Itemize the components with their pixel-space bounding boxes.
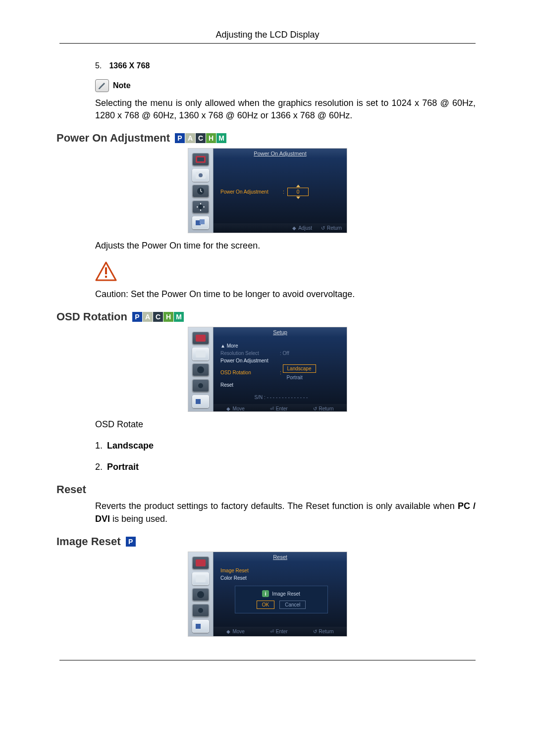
svg-rect-16 — [196, 351, 206, 357]
osd-title: Reset — [214, 552, 347, 562]
svg-rect-21 — [196, 575, 206, 582]
resolution-label: 1366 X 768 — [109, 61, 150, 70]
osd-hint-move: ◆Move — [226, 629, 244, 634]
svg-point-6 — [198, 204, 203, 209]
osd-item-selected: Image Reset — [220, 567, 342, 574]
osd-item: Reset — [220, 381, 342, 389]
osd-tab-time-icon — [192, 363, 209, 376]
osd-tab-setup-icon — [192, 604, 209, 617]
osd-tab-input-icon — [192, 169, 209, 182]
osd-hint-return: ↺Return — [313, 406, 334, 411]
osd-value-box: 0 — [287, 188, 309, 196]
svg-point-22 — [197, 591, 204, 598]
svg-rect-13 — [105, 267, 107, 274]
list-item: 5. 1366 X 768 — [95, 61, 476, 70]
osd-tab-multi-icon — [192, 395, 209, 408]
osd-tab-input-icon — [192, 348, 209, 360]
dialog-ok: OK — [257, 601, 274, 609]
osd-screenshot-osd-rotation: Setup ▲ More Resolution Select : Off Pow… — [188, 327, 347, 411]
osd-tab-multi-icon — [192, 620, 209, 633]
heading-image-reset: Image Reset P — [56, 535, 476, 548]
list-item: 2.Portrait — [95, 461, 476, 473]
osd-screenshot-power-on: Power On Adjustment Power On Adjustment … — [188, 149, 347, 233]
osd-item: Resolution Select — [220, 350, 280, 357]
osd-title: Setup — [214, 327, 347, 337]
osd-option-selected: Landscape — [283, 364, 316, 373]
svg-rect-15 — [196, 335, 206, 342]
osd-tab-setup-icon — [192, 201, 209, 213]
svg-rect-0 — [99, 88, 100, 89]
osd-tab-picture-icon — [192, 332, 209, 345]
osd-serial-number: S/N : - - - - - - - - - - - - - - — [220, 394, 342, 401]
heading-osd-rotation: OSD Rotation PACHM — [56, 310, 476, 323]
heading-power-on-adjustment: Power On Adjustment PACHM — [56, 132, 476, 145]
svg-rect-14 — [105, 276, 107, 278]
note-body: Selecting the menu is only allowed when … — [95, 97, 476, 122]
osd-tab-picture-icon — [192, 556, 209, 569]
osd-hint-move: ◆Move — [226, 406, 244, 411]
osd-screenshot-image-reset: Reset Image Reset Color Reset i Image Re… — [188, 552, 347, 636]
note-icon — [95, 79, 109, 92]
power-on-caution: Caution: Set the Power On time to be lon… — [95, 288, 476, 301]
svg-point-23 — [198, 608, 203, 613]
osd-tab-multi-icon — [192, 216, 209, 229]
power-on-desc: Adjusts the Power On time for the screen… — [95, 240, 476, 252]
reset-body: Reverts the product settings to factory … — [95, 500, 476, 525]
footer-rule — [59, 660, 476, 660]
osd-field-label: Power On Adjustment — [220, 188, 280, 196]
svg-rect-2 — [197, 157, 204, 161]
note-heading: Note — [95, 79, 476, 92]
osd-rotate-desc: OSD Rotate — [95, 418, 476, 431]
svg-rect-12 — [200, 219, 205, 224]
osd-tab-setup-icon — [192, 379, 209, 392]
osd-item: Color Reset — [220, 574, 342, 582]
source-badges: PACHM — [175, 133, 227, 143]
osd-hint-enter: ⏎Enter — [270, 406, 288, 411]
osd-tab-input-icon — [192, 572, 209, 585]
svg-rect-19 — [196, 399, 201, 404]
osd-hint-return: ↺Return — [313, 629, 334, 634]
osd-item-selected: OSD Rotation — [220, 369, 280, 376]
running-header: Adjusting the LCD Display — [59, 30, 476, 44]
osd-hint-enter: ⏎Enter — [270, 629, 288, 634]
osd-tab-picture-icon — [192, 153, 209, 166]
osd-title: Power On Adjustment — [214, 149, 347, 158]
list-item: 1.Landscape — [95, 440, 476, 452]
osd-tab-time-icon — [192, 588, 209, 601]
osd-hint-return: ↺Return — [321, 225, 342, 231]
svg-rect-20 — [196, 559, 206, 566]
source-badges: P — [126, 537, 136, 547]
osd-item: Power On Adjustment — [220, 357, 342, 364]
svg-point-18 — [198, 383, 203, 388]
info-icon: i — [262, 590, 269, 597]
osd-item-more: ▲ More — [220, 342, 342, 350]
heading-reset: Reset — [56, 483, 476, 496]
dialog-cancel: Cancel — [279, 601, 306, 609]
source-badges: PACHM — [132, 312, 184, 322]
osd-option: Portrait — [283, 374, 307, 381]
svg-rect-24 — [196, 624, 201, 629]
svg-point-4 — [199, 173, 203, 177]
osd-hint-adjust: ◆Adjust — [292, 225, 312, 231]
osd-tab-time-icon — [192, 185, 209, 198]
confirm-dialog: i Image Reset OK Cancel — [235, 586, 328, 613]
svg-point-17 — [197, 366, 204, 373]
warning-icon — [95, 261, 476, 283]
